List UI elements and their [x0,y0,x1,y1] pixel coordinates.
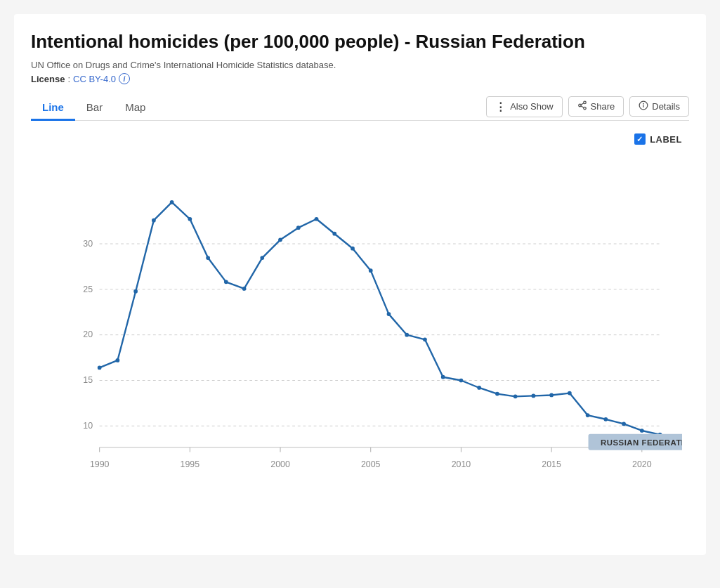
data-point [369,268,373,273]
label-checkbox-text: LABEL [650,134,682,145]
data-point [296,226,301,230]
data-point [405,333,409,337]
share-label: Share [591,101,615,112]
data-point [206,256,210,260]
data-point [586,413,590,417]
data-point [170,200,174,204]
data-point [351,247,355,251]
license-label: License [31,74,65,84]
data-point [459,379,464,383]
tabs: Line Bar Map [31,96,157,120]
data-point [549,393,554,398]
data-point [133,289,138,294]
data-point [332,232,336,236]
data-point [640,429,644,433]
page-title: Intentional homicides (per 100,000 peopl… [31,31,689,53]
license-row: License : CC BY-4.0 i [31,73,689,84]
svg-text:1995: 1995 [181,460,200,470]
data-point [513,395,518,399]
share-icon [577,100,587,112]
subtitle: UN Office on Drugs and Crime's Internati… [31,60,689,70]
svg-text:2010: 2010 [452,460,471,470]
license-link[interactable]: CC BY-4.0 [73,74,116,84]
chart-area: LABEL 10 15 20 25 30 1990 1995 2000 2005… [31,126,689,544]
data-point [387,312,391,316]
line-chart: 10 15 20 25 30 1990 1995 2000 2005 2010 … [66,148,682,513]
share-button[interactable]: Share [568,96,624,117]
main-container: Intentional homicides (per 100,000 peopl… [14,14,706,555]
svg-text:2000: 2000 [270,460,290,470]
data-point [242,287,247,291]
svg-text:2005: 2005 [361,460,381,470]
details-label: Details [652,101,680,112]
svg-text:2015: 2015 [542,460,561,470]
data-point [495,392,499,396]
data-point [278,238,282,242]
data-point [224,280,228,285]
chart-toolbar: Line Bar Map ⋮ Also Show Share [31,96,689,121]
svg-text:30: 30 [83,239,93,249]
svg-text:2020: 2020 [632,460,652,470]
data-point [116,358,120,362]
data-point [152,218,156,223]
data-point [260,256,264,260]
svg-text:20: 20 [83,330,93,340]
svg-line-4 [581,103,584,105]
tab-bar[interactable]: Bar [75,96,114,121]
also-show-dots-icon: ⋮ [495,100,506,113]
series-label: RUSSIAN FEDERATION [601,438,682,447]
data-point [315,217,319,221]
svg-text:15: 15 [83,375,93,385]
data-point [622,422,626,426]
data-line [100,202,660,435]
data-point [423,338,427,342]
also-show-button[interactable]: ⋮ Also Show [486,96,562,117]
tab-map[interactable]: Map [114,96,157,121]
svg-text:10: 10 [83,421,93,431]
also-show-label: Also Show [510,101,553,112]
data-point [603,417,608,422]
toolbar-actions: ⋮ Also Show Share [486,96,689,120]
data-point [568,391,572,396]
details-button[interactable]: Details [629,96,689,117]
tab-line[interactable]: Line [31,96,75,121]
data-point [188,217,192,221]
label-checkbox[interactable] [634,133,646,145]
svg-text:1990: 1990 [90,460,110,470]
data-point [98,366,102,370]
data-point [441,375,445,379]
data-point [532,394,536,398]
data-point [477,386,481,390]
svg-line-3 [581,106,584,107]
info-icon[interactable]: i [119,73,130,84]
details-icon [639,100,648,112]
svg-text:25: 25 [83,285,93,294]
label-checkbox-row: LABEL [66,133,682,145]
